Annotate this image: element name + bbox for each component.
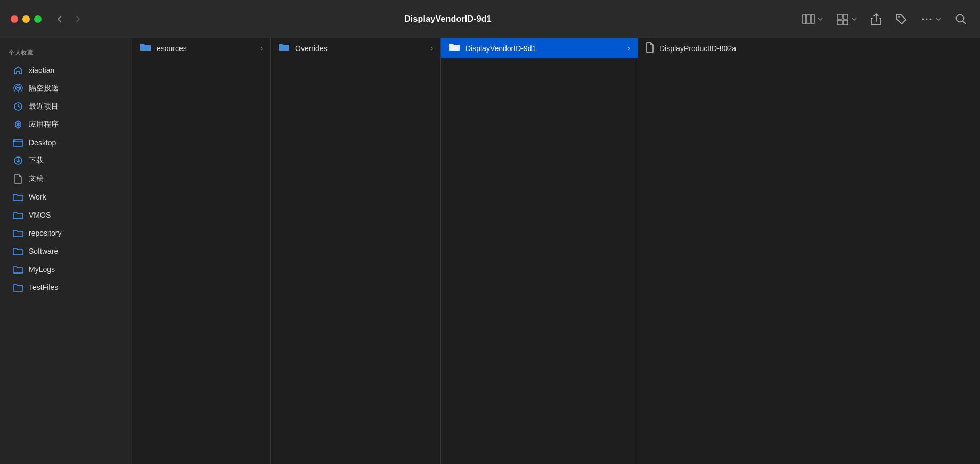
sidebar-item-label-vmos: VMOS	[29, 211, 51, 219]
col-item-overrides-arrow: ›	[431, 45, 433, 52]
toolbar-right	[800, 11, 969, 28]
folder-icon	[140, 42, 151, 54]
col-item-overrides-label: Overrides	[295, 44, 328, 53]
sidebar-item-label-repository: repository	[29, 229, 61, 237]
svg-point-7	[898, 16, 900, 18]
sidebar-item-recents[interactable]: 最近项目	[4, 97, 127, 115]
col-item-displayvendorid-label: DisplayVendorID-9d1	[466, 44, 536, 53]
desktop-folder-icon	[13, 137, 23, 148]
file-icon	[646, 42, 654, 55]
sidebar-item-airdrop[interactable]: 隔空投送	[4, 79, 127, 97]
nav-buttons	[52, 12, 85, 27]
traffic-lights	[11, 15, 42, 23]
overrides-folder-icon	[278, 42, 290, 54]
svg-point-8	[922, 18, 924, 20]
column-3: DisplayVendorID-9d1 ›	[441, 38, 638, 464]
titlebar: DisplayVendorID-9d1	[0, 0, 980, 38]
displayvendorid-folder-icon	[448, 42, 460, 54]
column-2: Overrides ›	[271, 38, 441, 464]
sidebar: 个人收藏 xiaotian 隔空投送	[0, 38, 132, 464]
sidebar-item-repository[interactable]: repository	[4, 224, 127, 242]
column-1-content: esources ›	[132, 38, 270, 464]
sidebar-item-xiaotian[interactable]: xiaotian	[4, 61, 127, 79]
sidebar-item-desktop[interactable]: Desktop	[4, 134, 127, 152]
home-icon	[13, 65, 23, 76]
sidebar-item-label-desktop: Desktop	[29, 138, 56, 147]
share-button[interactable]	[868, 11, 884, 28]
sidebar-item-work[interactable]: Work	[4, 188, 127, 206]
sidebar-item-label-work: Work	[29, 193, 46, 201]
sidebar-item-label-xiaotian: xiaotian	[29, 66, 54, 74]
column-4: DisplayProductID-802a	[638, 38, 980, 464]
clock-icon	[13, 101, 23, 112]
svg-rect-14	[13, 140, 16, 142]
mylogs-folder-icon	[13, 264, 23, 275]
view-toggle-button[interactable]	[800, 11, 826, 27]
repository-folder-icon	[13, 228, 23, 238]
col-item-displayvendorid-arrow: ›	[628, 45, 630, 52]
sidebar-section-label: 个人收藏	[0, 47, 132, 61]
back-button[interactable]	[52, 12, 67, 27]
sidebar-item-software[interactable]: Software	[4, 242, 127, 260]
content-area: esources › Overrides ›	[132, 38, 980, 464]
col-item-displayproductid-label: DisplayProductID-802a	[659, 44, 736, 53]
sidebar-item-label-airdrop: 隔空投送	[29, 84, 59, 93]
column-1: esources ›	[132, 38, 271, 464]
airdrop-icon	[13, 83, 23, 94]
download-icon	[13, 155, 23, 166]
more-button[interactable]	[918, 11, 944, 28]
sidebar-item-downloads[interactable]: 下载	[4, 152, 127, 170]
svg-point-9	[926, 18, 928, 20]
svg-rect-5	[837, 20, 842, 25]
col-item-resources-arrow: ›	[260, 45, 263, 52]
sidebar-item-label-documents: 文稿	[29, 174, 44, 184]
sidebar-item-vmos[interactable]: VMOS	[4, 206, 127, 224]
sidebar-item-label-downloads: 下载	[29, 156, 44, 165]
col-item-overrides[interactable]: Overrides ›	[271, 38, 440, 58]
forward-button[interactable]	[70, 12, 85, 27]
sidebar-item-applications[interactable]: 应用程序	[4, 115, 127, 134]
sidebar-item-label-mylogs: MyLogs	[29, 265, 55, 274]
tag-button[interactable]	[893, 11, 910, 28]
sidebar-item-mylogs[interactable]: MyLogs	[4, 260, 127, 278]
main-layout: 个人收藏 xiaotian 隔空投送	[0, 38, 980, 464]
svg-point-10	[930, 18, 932, 20]
work-folder-icon	[13, 192, 23, 202]
col-item-resources-label: esources	[157, 44, 187, 53]
sidebar-item-label-software: Software	[29, 247, 58, 255]
close-button[interactable]	[11, 15, 18, 23]
col-item-displayproductid[interactable]: DisplayProductID-802a	[638, 38, 980, 59]
minimize-button[interactable]	[22, 15, 30, 23]
grid-chevron-icon	[851, 16, 858, 22]
col-item-resources[interactable]: esources ›	[132, 38, 270, 58]
sidebar-item-label-testfiles: TestFiles	[29, 283, 58, 292]
view-chevron-icon	[817, 16, 823, 22]
svg-rect-4	[843, 14, 848, 19]
col-item-displayvendorid[interactable]: DisplayVendorID-9d1 ›	[441, 38, 638, 58]
svg-rect-6	[843, 20, 848, 25]
documents-icon	[13, 173, 23, 184]
svg-rect-0	[803, 14, 806, 24]
software-folder-icon	[13, 246, 23, 256]
sidebar-item-documents[interactable]: 文稿	[4, 170, 127, 188]
window-title: DisplayVendorID-9d1	[96, 14, 800, 24]
column-4-content: DisplayProductID-802a	[638, 38, 980, 464]
sidebar-item-testfiles[interactable]: TestFiles	[4, 278, 127, 296]
applications-icon	[13, 119, 23, 130]
sidebar-item-label-recents: 最近项目	[29, 102, 59, 111]
svg-rect-2	[811, 14, 814, 24]
grid-view-button[interactable]	[834, 11, 860, 27]
vmos-folder-icon	[13, 210, 23, 220]
sidebar-item-label-applications: 应用程序	[29, 120, 59, 129]
more-chevron-icon	[935, 16, 942, 22]
column-3-content: DisplayVendorID-9d1 ›	[441, 38, 638, 464]
maximize-button[interactable]	[34, 15, 42, 23]
search-button[interactable]	[952, 11, 969, 28]
svg-rect-1	[807, 14, 810, 24]
svg-rect-3	[837, 14, 842, 19]
column-2-content: Overrides ›	[271, 38, 440, 464]
testfiles-folder-icon	[13, 282, 23, 293]
